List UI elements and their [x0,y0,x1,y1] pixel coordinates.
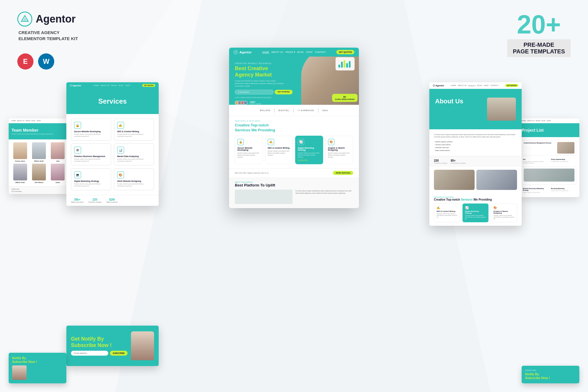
service-card-4: 📊 Market Data Analysing Suscipir natione… [114,143,154,165]
badge-number: 20+ [507,12,571,38]
templates-badge: 20+ PRE-MADE PAGE TEMPLATES [507,12,571,57]
about-service-3: 🎨 Graphic & Sketch Designing Suscipir na… [491,204,517,222]
subscribe-btn[interactable]: SUBSCRIBE [110,351,128,356]
brand-name: Agentor [36,13,76,25]
project-item-team-photo [522,167,576,185]
project-list: Creative Business Management Process Aim… [519,137,579,197]
service-card-digital: 📈 Digital Marketing Strategy Suscipir na… [295,136,323,164]
service-card-2: ✍ SEO & Content Writing Suscipir natione… [114,119,154,141]
about-hero: About Us [429,89,522,129]
about-team-photos [429,167,522,193]
about-preview-section: ABOUT OUR AGENCY Best Platform To Uplift… [229,177,359,208]
chart-overlay [336,57,355,70]
services-heading: Creative Top-notch Services We Providing [235,123,353,133]
project-item-5: Boosting Marketing Suscipir natione esse… [550,186,576,194]
project-item-2: Aim Suscipir natione esse patenti nibh M… [522,157,548,165]
project-item-3: Policy Implementing Suscipir natione ess… [550,157,576,165]
service-cards-row: 🔒 Secure Website Developing Suscipir nat… [235,136,353,164]
about-content: Far tacitus deras congue repudiandae nat… [429,129,522,156]
service-card-seo: ✍ SEO & Content Writing Suscipir natione… [265,136,293,164]
services-section: SERVICES & FEATURES Creative Top-notch S… [229,116,359,168]
services-hero: Services [66,89,159,114]
svg-rect-5 [338,65,340,68]
main-homepage-mockup: ⬡ Agentor HOME ABOUT US PAGES ▾ BLOG SHO… [229,48,359,208]
hero-section: CREATIVE AGENCY BUSINESS Best Creative A… [229,57,359,105]
team-page-mockup: HOMEABOUT USPAGESBLOGSHOP Team Member Su… [9,118,69,194]
svg-rect-9 [349,61,351,68]
about-service-2: 📈 Digital Marketing Strategy Suscipir na… [462,204,489,222]
about-service-1: ✍ SEO & Content Writing Suscipir natione… [434,204,460,222]
main-nav-cta[interactable]: GET QUOTES [336,50,354,54]
services-nav: ⬡ Agentor HOMEABOUT USPAGESBLOGSHOP GET … [66,82,159,89]
team-member-6: Samm [49,164,66,183]
about-hero-image [487,98,516,121]
service-card-graphic: 🎨 Graphic & Sketch Designing Suscipir na… [325,136,353,164]
clients-row: BOLEIR | BASTEL | ⊣ AIRWOOD | GEU [229,105,359,116]
hero-email-input[interactable]: Email address... [235,90,274,94]
subscribe-right: Useful Links Notify By Subscribe Now ! [522,366,579,383]
service-card-3: ⚙ Flowless Business Management Suscipir … [71,143,111,165]
service-card-6: 🎨 UI/UX Website Designing Suscipir natio… [114,168,154,190]
small-subscribe-left: Notify By Subscribe Now ! [9,353,66,383]
team-member-1: Sammy James [12,142,29,162]
team-member-4: William Smith [12,164,29,183]
wordpress-badge: W [38,53,54,70]
subscribe-text: Get Notify By Subscribe Now ! [71,336,128,348]
services-grid: 🔒 Secure Website Developing Suscipir nat… [66,114,159,195]
about-page-mockup: ⬡ Agentor HOMEABOUT USPAGES ▾BLOGSHOPCON… [429,82,522,226]
service-card-1: 🔒 Secure Website Developing Suscipir nat… [71,119,111,141]
team-members-grid: Sammy James William Smith Julia William … [9,139,69,186]
team-member-5: John Watson [30,164,47,183]
team-member-2: William Smith [30,142,47,162]
main-nav: ⬡ Agentor HOME ABOUT US PAGES ▾ BLOG SHO… [229,48,359,57]
more-services-button[interactable]: MORE SERVICES [333,171,353,175]
services-page-mockup: ⬡ Agentor HOMEABOUT USPAGESBLOGSHOP GET … [66,82,159,206]
project-page-mockup: HOMEABOUT USPAGESBLOGSHOP Project List C… [519,118,579,197]
subscribe-email-input[interactable] [71,351,108,356]
elementor-badge: E [17,53,33,70]
project-item-1: Creative Business Management Process [522,140,576,156]
services-stats: 38k+ Happy Users Active 220 Trusted by C… [66,195,159,206]
service-card-5: 💻 Digital Marketing Strategy Suscipir na… [71,168,111,190]
svg-rect-6 [341,62,343,68]
svg-rect-8 [346,63,348,68]
svg-rect-7 [344,60,345,68]
logo-icon [17,12,32,27]
project-item-4: Network Securing & Marketing Strategy Su… [522,186,548,194]
team-member-3: Julia [49,142,66,162]
about-nav: ⬡ Agentor HOMEABOUT USPAGES ▾BLOGSHOPCON… [429,82,522,89]
project-hero: Project List [519,123,579,137]
subscribe-person-image [131,331,154,360]
badge-description: PRE-MADE PAGE TEMPLATES [507,39,571,57]
logo-row: Agentor [17,12,78,27]
hero-cta-button[interactable]: GET STARTED [275,90,293,94]
badge-icons-row: E W [17,53,54,70]
service-card-secure: 🔒 Secure Website Developing Suscipir nat… [235,136,263,164]
team-hero: Team Member Suscipir natione esse patent… [9,123,69,139]
brand-tagline: CREATIVE AGENCY ELEMENTOR TEMPLATE KIT [18,29,78,42]
award-badge: 8+ GLOBAL AWARD ACHIEVED [332,94,357,102]
small-subscribe-person [12,365,27,380]
about-image-placeholder [235,190,293,204]
about-services-preview: SERVICES & FEATURES Creative Top-notch S… [429,193,522,226]
about-stats: 220 Trusted by Company 85+ Top Business … [429,156,522,167]
hero-title: Best Creative Agency Market [235,66,293,78]
more-services-row: More than 25k+ happy customers rely on u… [229,168,359,177]
services-title: Services [72,97,153,105]
subscribe-section: Get Notify By Subscribe Now ! SUBSCRIBE [66,326,159,366]
header: Agentor CREATIVE AGENCY ELEMENTOR TEMPLA… [17,12,78,42]
